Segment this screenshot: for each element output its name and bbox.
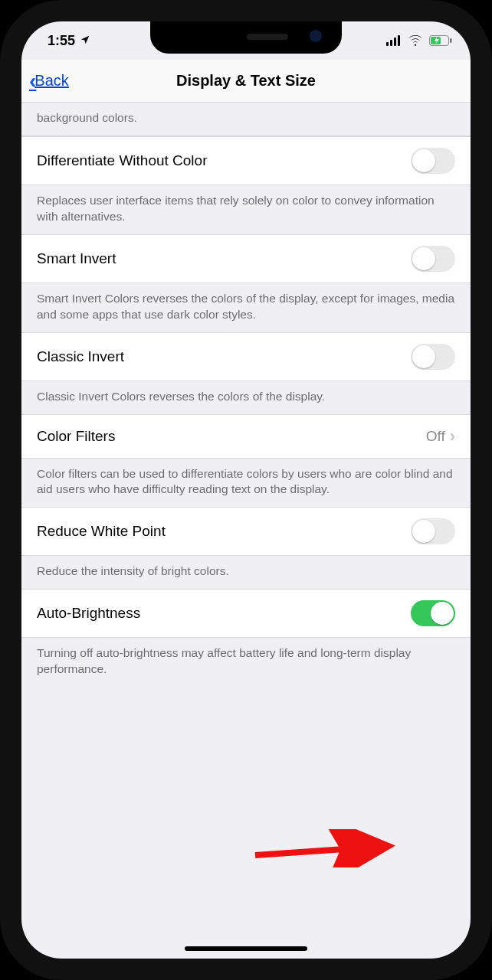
svg-rect-3 — [398, 35, 400, 46]
back-button[interactable]: ‹ Back — [29, 60, 69, 102]
row-label: Reduce White Point — [37, 523, 411, 540]
location-icon — [80, 34, 90, 47]
nav-bar: ‹ Back Display & Text Size — [21, 60, 471, 103]
section-footer: Classic Invert Colors reverses the color… — [21, 381, 471, 414]
svg-rect-0 — [386, 42, 389, 46]
row-value: Off — [426, 428, 445, 445]
cell-signal-icon — [386, 35, 402, 46]
toggle-differentiate-without-color[interactable] — [411, 148, 455, 174]
screen: 1:55 — [21, 21, 471, 959]
notch — [150, 21, 342, 54]
section-footer: Turning off auto-brightness may affect b… — [21, 638, 471, 687]
toggle-classic-invert[interactable] — [411, 344, 455, 370]
row-label: Color Filters — [37, 428, 426, 445]
row-color-filters[interactable]: Color Filters Off › — [21, 414, 471, 459]
wifi-icon — [408, 35, 423, 46]
section-footer: Reduce the intensity of bright colors. — [21, 556, 471, 589]
annotation-arrow-icon — [251, 829, 412, 871]
page-title: Display & Text Size — [176, 72, 316, 90]
row-auto-brightness[interactable]: Auto-Brightness — [21, 589, 471, 638]
section-footer: Replaces user interface items that rely … — [21, 185, 471, 234]
toggle-reduce-white-point[interactable] — [411, 518, 455, 544]
row-label: Smart Invert — [37, 250, 411, 267]
svg-rect-2 — [394, 38, 396, 46]
status-time: 1:55 — [48, 33, 75, 49]
svg-rect-1 — [390, 40, 392, 46]
toggle-smart-invert[interactable] — [411, 246, 455, 272]
svg-line-7 — [255, 846, 389, 855]
row-label: Auto-Brightness — [37, 605, 411, 622]
chevron-right-icon: › — [450, 426, 455, 446]
battery-icon — [429, 35, 452, 46]
svg-rect-6 — [450, 38, 452, 43]
row-reduce-white-point[interactable]: Reduce White Point — [21, 507, 471, 556]
section-footer: Smart Invert Colors reverses the colors … — [21, 283, 471, 332]
back-label: Back — [34, 72, 68, 90]
row-smart-invert[interactable]: Smart Invert — [21, 234, 471, 283]
row-classic-invert[interactable]: Classic Invert — [21, 332, 471, 381]
row-label: Classic Invert — [37, 348, 411, 365]
toggle-auto-brightness[interactable] — [411, 600, 455, 626]
section-footer-partial: background colors. — [21, 103, 471, 136]
row-label: Differentiate Without Color — [37, 152, 411, 169]
home-indicator[interactable] — [185, 946, 307, 951]
section-footer: Color filters can be used to differentia… — [21, 459, 471, 508]
row-differentiate-without-color[interactable]: Differentiate Without Color — [21, 136, 471, 185]
settings-list: background colors. Differentiate Without… — [21, 103, 471, 687]
